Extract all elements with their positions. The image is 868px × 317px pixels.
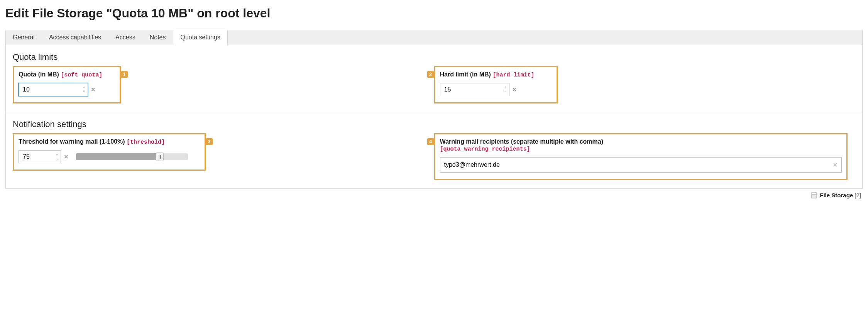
clear-threshold-icon[interactable]: × [64, 153, 68, 161]
field-threshold: 3 Threshold for warning mail (1-100%) [t… [13, 133, 206, 171]
label-threshold: Threshold for warning mail (1-100%) [19, 138, 125, 145]
input-hard-limit[interactable] [440, 83, 509, 96]
annotation-badge-3: 3 [206, 138, 213, 145]
chevron-down-icon[interactable]: ⌄ [83, 90, 86, 93]
field-soft-quota: 1 Quota (in MB) [soft_quota] ⌃ ⌄ [13, 66, 121, 103]
label-recipients: Warning mail recipients (separate multip… [440, 138, 604, 145]
chevron-down-icon[interactable]: ⌄ [56, 157, 59, 160]
clear-soft-quota-icon[interactable]: × [91, 86, 95, 94]
stepper-soft-quota[interactable]: ⌃ ⌄ [81, 83, 88, 96]
tabs: General Access capabilities Access Notes… [5, 30, 863, 45]
slider-threshold[interactable] [76, 153, 188, 160]
clear-hard-limit-icon[interactable]: × [513, 86, 517, 94]
label-soft-quota: Quota (in MB) [19, 71, 59, 78]
annotation-badge-2: 2 [427, 71, 434, 78]
page-title: Edit File Storage "Quota 10 MB" on root … [5, 6, 863, 20]
section-title-quota-limits: Quota limits [13, 52, 855, 62]
footer-type-label: File Storage [820, 192, 853, 198]
tab-notes[interactable]: Notes [143, 30, 173, 45]
chevron-down-icon[interactable]: ⌄ [504, 90, 507, 93]
field-recipients: 4 Warning mail recipients (separate mult… [434, 133, 848, 180]
tab-panel: Quota limits 1 Quota (in MB) [soft_quota… [5, 45, 863, 189]
slider-handle-icon[interactable] [156, 153, 164, 161]
tech-threshold: [threshold] [127, 139, 165, 146]
footer-record-id: [2] [854, 192, 861, 198]
slider-fill [76, 153, 160, 160]
field-hard-limit: 2 Hard limit (in MB) [hard_limit] ⌃ ⌄ [434, 66, 558, 103]
tech-hard-limit: [hard_limit] [492, 72, 534, 78]
tech-soft-quota: [soft_quota] [61, 72, 102, 78]
section-title-notification: Notification settings [13, 119, 855, 129]
stepper-hard-limit[interactable]: ⌃ ⌄ [502, 83, 509, 96]
svg-rect-2 [812, 195, 816, 198]
tab-access[interactable]: Access [108, 30, 143, 45]
annotation-badge-1: 1 [121, 71, 128, 78]
label-hard-limit: Hard limit (in MB) [440, 71, 491, 78]
section-notification: Notification settings 3 Threshold for wa… [6, 112, 862, 188]
stepper-threshold[interactable]: ⌃ ⌄ [54, 151, 61, 163]
input-recipients[interactable] [440, 157, 842, 173]
clear-recipients-icon[interactable]: × [833, 161, 837, 169]
tab-access-capabilities[interactable]: Access capabilities [42, 30, 108, 45]
section-quota-limits: Quota limits 1 Quota (in MB) [soft_quota… [6, 45, 862, 112]
tab-quota-settings[interactable]: Quota settings [173, 30, 227, 45]
input-soft-quota[interactable] [19, 83, 88, 96]
file-storage-icon [811, 192, 817, 198]
tech-recipients: [quota_warning_recipients] [440, 146, 530, 153]
svg-rect-1 [812, 193, 816, 194]
annotation-badge-4: 4 [427, 138, 434, 145]
tab-general[interactable]: General [6, 30, 42, 45]
footer: File Storage [2] [5, 189, 863, 200]
